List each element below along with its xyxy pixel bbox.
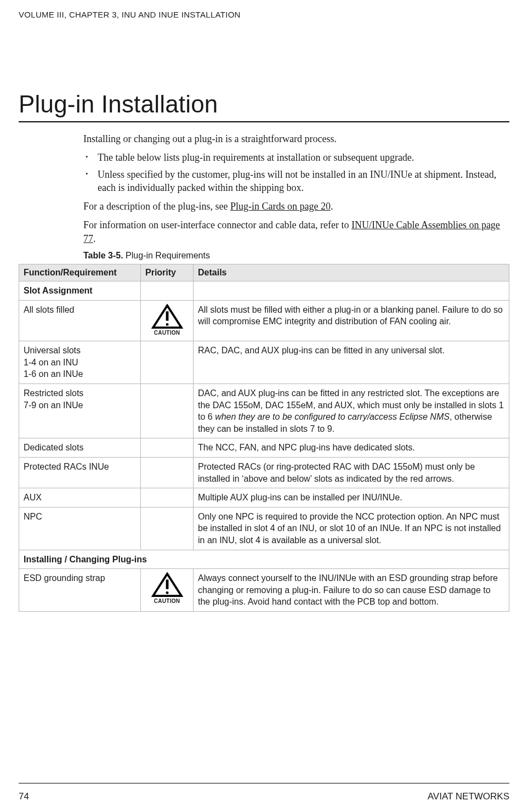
caution-label: CAUTION: [151, 330, 183, 336]
th-details: Details: [194, 264, 509, 281]
th-function: Function/Requirement: [19, 264, 141, 281]
table-caption: Table 3-5. Plug-in Requirements: [83, 251, 504, 261]
cell: [141, 281, 194, 301]
list-item: The table below lists plug-in requiremen…: [86, 151, 504, 164]
cell-details: Multiple AUX plug-ins can be installed p…: [194, 488, 509, 507]
table-row: AUX Multiple AUX plug-ins can be install…: [19, 488, 509, 507]
text: 7-9 on an INUe: [24, 401, 83, 410]
section-row-installing-changing: Installing / Changing Plug-ins: [19, 550, 509, 569]
cell-priority: [141, 458, 194, 488]
section-label: Slot Assignment: [19, 281, 141, 301]
list-item: Unless specified by the customer, plug-i…: [86, 168, 504, 195]
cell-function: AUX: [19, 488, 141, 507]
cell-details: DAC, and AUX plug-ins can be fitted in a…: [194, 384, 509, 438]
text: For a description of the plug-ins, see: [83, 201, 230, 212]
cell-priority: [141, 438, 194, 458]
footer-brand: AVIAT NETWORKS: [428, 791, 509, 802]
cell-priority: [141, 488, 194, 507]
caution-label: CAUTION: [151, 599, 183, 604]
cell-function: Universal slots 1-4 on an INU 1-6 on an …: [19, 341, 141, 384]
cell: [194, 281, 509, 301]
svg-point-2: [166, 323, 168, 326]
table-row: Universal slots 1-4 on an INU 1-6 on an …: [19, 341, 509, 384]
svg-point-5: [166, 591, 168, 594]
page-header: VOLUME III, CHAPTER 3, INU AND INUE INST…: [19, 10, 509, 19]
paragraph-cable-assemblies: For information on user-interface connec…: [83, 218, 504, 245]
cell-details: All slots must be filled with either a p…: [194, 300, 509, 341]
body-column: Installing or changing out a plug-in is …: [83, 132, 504, 261]
text: 1-4 on an INU: [24, 358, 78, 367]
cell-details: Only one NPC is required to provide the …: [194, 507, 509, 550]
cell-priority: CAUTION: [141, 300, 194, 341]
cell-details: The NCC, FAN, and NPC plug-ins have dedi…: [194, 438, 509, 458]
table-row: ESD grounding strap CAUTION Always conne…: [19, 569, 509, 612]
table-row: Dedicated slots The NCC, FAN, and NPC pl…: [19, 438, 509, 458]
cell-function: NPC: [19, 507, 141, 550]
cell-function: ESD grounding strap: [19, 569, 141, 612]
section-label: Installing / Changing Plug-ins: [19, 550, 509, 569]
intro-paragraph: Installing or changing out a plug-in is …: [83, 132, 504, 145]
section-row-slot-assignment: Slot Assignment: [19, 281, 509, 301]
cell-priority: CAUTION: [141, 569, 194, 612]
cell-priority: [141, 507, 194, 550]
table-row: Restricted slots 7-9 on an INUe DAC, and…: [19, 384, 509, 438]
cell-function: Protected RACs INUe: [19, 458, 141, 488]
plugin-requirements-table: Function/Requirement Priority Details Sl…: [19, 264, 509, 612]
text: Universal slots: [24, 346, 81, 355]
text-emphasis: when they are to be configured to carry/…: [215, 412, 450, 421]
intro-bullet-list: The table below lists plug-in requiremen…: [83, 151, 504, 194]
cell-function: Dedicated slots: [19, 438, 141, 458]
text: For information on user-interface connec…: [83, 219, 351, 230]
xref-plugin-cards[interactable]: Plug-in Cards on page 20: [230, 201, 331, 212]
cell-details: Protected RACs (or ring-protected RAC wi…: [194, 458, 509, 488]
text: 1-6 on an INUe: [24, 369, 83, 379]
cell-priority: [141, 341, 194, 384]
cell-details: Always connect yourself to the INU/INUe …: [194, 569, 509, 612]
cell-function: Restricted slots 7-9 on an INUe: [19, 384, 141, 438]
table-number: Table 3-5.: [83, 251, 123, 260]
table-row: NPC Only one NPC is required to provide …: [19, 507, 509, 550]
text: .: [93, 233, 96, 244]
cell-function: All slots filled: [19, 300, 141, 341]
table-row: All slots filled CAUTION All slots must …: [19, 300, 509, 341]
table-row: Protected RACs INUe Protected RACs (or r…: [19, 458, 509, 488]
footer-rule: [19, 783, 509, 783]
caution-icon: CAUTION: [151, 572, 183, 604]
text: .: [331, 201, 333, 212]
caution-icon: CAUTION: [151, 304, 183, 336]
table-title: Plug-in Requirements: [123, 251, 210, 260]
title-rule: [19, 121, 509, 122]
text: Restricted slots: [24, 388, 83, 398]
cell-details: RAC, DAC, and AUX plug-ins can be fitted…: [194, 341, 509, 384]
th-priority: Priority: [141, 264, 194, 281]
paragraph-plugin-desc: For a description of the plug-ins, see P…: [83, 200, 504, 213]
table-header-row: Function/Requirement Priority Details: [19, 264, 509, 281]
page-number: 74: [19, 791, 29, 802]
page-footer: 74 AVIAT NETWORKS: [19, 783, 509, 802]
page-title: Plug-in Installation: [19, 91, 509, 118]
cell-priority: [141, 384, 194, 438]
